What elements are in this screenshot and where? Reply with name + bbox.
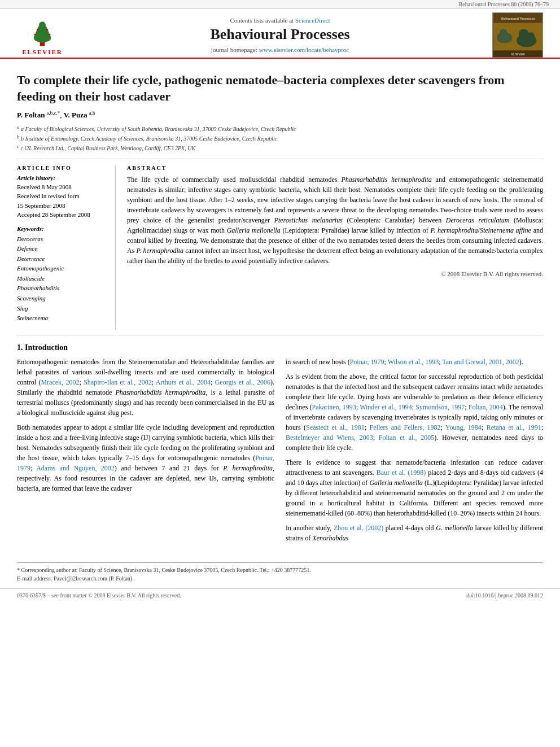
svg-point-4 — [39, 21, 46, 28]
svg-text:ELSEVIER: ELSEVIER — [511, 53, 525, 56]
ref-foltan2004[interactable]: Foltan, 2004 — [469, 403, 503, 411]
abstract-text: The life cycle of commercially used moll… — [127, 174, 543, 266]
authors-line: P. Foltan a,b,c,*, V. Puza a,b — [17, 110, 543, 120]
intro-title: 1. Introduction — [17, 343, 543, 352]
intro-right-col: in search of new hosts (Poinar, 1979; Wi… — [286, 357, 543, 548]
header-left: ELSEVIER — [11, 12, 73, 58]
ref-fellers[interactable]: Fellers and Fellers, 1982 — [370, 423, 441, 431]
divider-2 — [17, 335, 543, 335]
ref-shapiro[interactable]: Shapiro-Ilan et al., 2002 — [84, 378, 152, 386]
keyword-molluscide: Molluscide — [17, 274, 107, 284]
footer-doi: doi:10.1016/j.beproc.2008.09.012 — [466, 592, 543, 599]
svg-text:Behavioural Processes: Behavioural Processes — [501, 17, 535, 20]
journal-info-bar: Behavioural Processes 80 (2009) 76–79 — [0, 0, 560, 9]
affiliation-a: a a Faculty of Biological Sciences, Univ… — [17, 124, 543, 133]
journal-header: ELSEVIER Contents lists available at Sci… — [0, 9, 560, 59]
author-foltan: P. Foltan — [17, 111, 45, 120]
intro-para-1: Entomopathogenic nematodes from the Stei… — [17, 357, 274, 418]
svg-point-8 — [46, 29, 48, 30]
affiliation-b: b b Institute of Entomology, Czech Acade… — [17, 133, 543, 143]
received-revised: Received in revised form15 September 200… — [17, 191, 107, 210]
header-center: Contents lists available at ScienceDirec… — [73, 12, 487, 58]
keyword-scavenging: Scavenging — [17, 294, 107, 304]
keyword-slug: Slug — [17, 304, 107, 314]
ref-zhou[interactable]: Zhou et al. (2002) — [334, 524, 383, 532]
keyword-entomopathogenic: Entomopathogenic — [17, 264, 107, 274]
page-wrapper: Behavioural Processes 80 (2009) 76–79 — [0, 0, 560, 602]
article-info-col: ARTICLE INFO Article history: Received 8… — [17, 165, 116, 329]
accepted-date: Accepted 28 September 2008 — [17, 210, 107, 220]
sciencedirect-link[interactable]: ScienceDirect — [295, 17, 330, 24]
ref-retana[interactable]: Retana et al., 1991 — [487, 423, 541, 431]
keywords-label: Keywords: — [17, 225, 107, 232]
footer-copyright: 0376-6357/$ – see front matter © 2008 El… — [17, 592, 181, 599]
keyword-phasmarhabditis: Phasmarhabditis — [17, 283, 107, 294]
footnote-section: * Corresponding author at: Faculty of Sc… — [17, 562, 543, 583]
journal-cover: Behavioural Processes ELSEVIER — [492, 12, 543, 58]
sciencedirect-line: Contents lists available at ScienceDirec… — [230, 17, 330, 24]
ref-bestelmeyer[interactable]: Bestelmeyer and Wiens, 2003 — [286, 434, 373, 442]
intro-para-5: There is evidence to suggest that nemato… — [286, 457, 543, 518]
cover-image: Behavioural Processes ELSEVIER — [493, 13, 543, 57]
ref-symondson[interactable]: Symondson, 1997 — [415, 403, 465, 411]
svg-point-15 — [519, 29, 529, 39]
intro-body: Entomopathogenic nematodes from the Stei… — [17, 357, 543, 548]
author-foltan-sup: a,b,c,* — [47, 110, 60, 116]
intro-para-3: in search of new hosts (Poinar, 1979; Wi… — [286, 357, 543, 367]
ref-tan[interactable]: Tan and Grewal, 2001, 2002 — [442, 358, 519, 366]
abstract-heading: ABSTRACT — [127, 165, 543, 171]
ref-adams[interactable]: Adams and Nguyen, 2002 — [36, 464, 115, 472]
ref-mracek[interactable]: Mracek, 2002 — [41, 378, 79, 386]
article-history-block: Article history: Received 8 May 2008 Rec… — [17, 174, 107, 220]
history-label: Article history: — [17, 174, 107, 181]
divider-1 — [17, 159, 543, 159]
header-right: Behavioural Processes ELSEVIER — [487, 12, 549, 58]
received-date: Received 8 May 2008 — [17, 182, 107, 192]
intro-para-4: As is evident from the above, the critic… — [286, 372, 543, 453]
affiliations: a a Faculty of Biological Sciences, Univ… — [17, 124, 543, 153]
journal-citation: Behavioural Processes 80 (2009) 76–79 — [459, 1, 549, 7]
keyword-deterrence: Deterrence — [17, 254, 107, 264]
footnote-corresponding: * Corresponding author at: Faculty of Sc… — [17, 566, 543, 574]
ref-poinar2[interactable]: Poinar, 1979 — [350, 358, 384, 366]
homepage-line: journal homepage: www.elsevier.com/locat… — [211, 46, 349, 53]
ref-georgis[interactable]: Georgis et al., 2006 — [215, 378, 270, 386]
svg-point-5 — [34, 33, 36, 35]
ref-young[interactable]: Young, 1984 — [445, 423, 482, 431]
page-footer: 0376-6357/$ – see front matter © 2008 El… — [0, 588, 560, 602]
ref-pakarinen[interactable]: Pakarinen, 1993 — [312, 403, 356, 411]
author-puza-sup: a,b — [89, 110, 95, 116]
svg-point-6 — [49, 33, 50, 35]
ref-seastedt[interactable]: Seastedt et al., 1981 — [306, 423, 365, 431]
ref-wilson[interactable]: Wilson et al., 1993 — [388, 358, 439, 366]
intro-left-col: Entomopathogenic nematodes from the Stei… — [17, 357, 274, 548]
article-info-heading: ARTICLE INFO — [17, 165, 107, 171]
article-body: ARTICLE INFO Article history: Received 8… — [17, 165, 543, 329]
author-puza: V. Puza — [64, 111, 88, 120]
intro-section: 1. Introduction Entomopathogenic nematod… — [17, 343, 543, 548]
intro-para-6: In another study, Zhou et al. (2002) pla… — [286, 523, 543, 543]
article-abstract-col: ABSTRACT The life cycle of commercially … — [127, 165, 543, 329]
elsevier-tree-icon — [23, 16, 62, 47]
footnote-email: E-mail address: Pavel@i2lresearch.com (P… — [17, 574, 543, 583]
elsevier-logo: ELSEVIER — [11, 16, 73, 55]
main-content: To complete their life cycle, pathogenic… — [0, 59, 560, 559]
intro-para-2: Both nematodes appear to adopt a similar… — [17, 422, 274, 493]
svg-point-16 — [527, 32, 535, 40]
keyword-deroceras: Deroceras — [17, 234, 107, 244]
svg-point-13 — [500, 29, 508, 37]
ref-arthurs[interactable]: Arthurs et al., 2004 — [156, 378, 211, 386]
affiliation-c: c c i2L Research Ltd., Capital Business … — [17, 143, 543, 152]
article-title: To complete their life cycle, pathogenic… — [17, 72, 543, 104]
keywords-block: Keywords: Deroceras Defence Deterrence E… — [17, 225, 107, 324]
homepage-link[interactable]: www.elsevier.com/locate/behavproc — [259, 46, 349, 53]
elsevier-label: ELSEVIER — [22, 49, 63, 55]
copyright-line: © 2008 Elsevier B.V. All rights reserved… — [127, 270, 543, 277]
journal-title-display: Behavioural Processes — [210, 26, 349, 43]
keyword-defence: Defence — [17, 244, 107, 254]
ref-winder[interactable]: Winder et al., 1994 — [360, 403, 412, 411]
ref-baur[interactable]: Baur et al. (1998) — [377, 469, 426, 477]
keyword-steinernema: Steinernema — [17, 313, 107, 324]
ref-foltan2005[interactable]: Foltan et al., 2005 — [379, 434, 434, 442]
svg-point-7 — [37, 29, 38, 30]
